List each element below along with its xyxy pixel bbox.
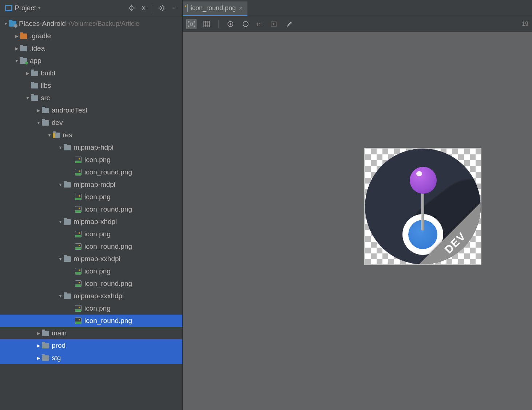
folder-icon xyxy=(20,45,28,52)
tree-row[interactable]: ▶stg xyxy=(0,352,182,364)
tree-row[interactable]: ▼res xyxy=(0,129,182,141)
tree-row[interactable]: ▶.idea xyxy=(0,42,182,55)
tree-label: stg xyxy=(52,354,61,362)
folder-module-icon xyxy=(20,58,28,64)
tree-row[interactable]: ▼mipmap-xhdpi xyxy=(0,216,182,228)
folder-icon xyxy=(31,95,39,101)
folder-icon xyxy=(41,355,49,361)
svg-rect-16 xyxy=(172,8,177,8)
tree-row[interactable]: icon_round.png xyxy=(0,166,182,178)
fit-zoom-icon[interactable] xyxy=(186,19,196,29)
file-img-icon xyxy=(74,194,82,200)
gear-icon[interactable] xyxy=(158,3,167,13)
project-view-dropdown[interactable]: Project ▾ xyxy=(3,3,43,13)
folder-icon xyxy=(41,107,49,114)
chevron-down-icon[interactable]: ▼ xyxy=(14,59,20,63)
close-icon[interactable]: ✕ xyxy=(239,5,243,11)
chevron-right-icon[interactable]: ▶ xyxy=(36,343,41,348)
tree-row[interactable]: ▼Places-Android/Volumes/Backup/Article xyxy=(0,17,182,30)
project-panel: Project ▾ ▼Places-Android/Volumes/Backup… xyxy=(0,0,183,410)
separator xyxy=(153,4,153,12)
project-tree[interactable]: ▼Places-Android/Volumes/Backup/Article▶.… xyxy=(0,16,182,410)
tree-row[interactable]: ▶build xyxy=(0,67,182,79)
tree-row[interactable]: ▼dev xyxy=(0,117,182,129)
tree-label: mipmap-xxhdpi xyxy=(74,255,120,263)
tree-row[interactable]: icon.png xyxy=(0,154,182,166)
folder-icon xyxy=(31,82,39,89)
tree-row[interactable]: ▶androidTest xyxy=(0,104,182,117)
chevron-right-icon[interactable]: ▶ xyxy=(36,331,41,336)
tree-row[interactable]: icon_round.png xyxy=(0,315,182,327)
tree-label: icon.png xyxy=(84,267,111,275)
project-panel-header: Project ▾ xyxy=(0,0,182,16)
tree-label: main xyxy=(52,329,67,337)
svg-rect-17 xyxy=(190,23,192,25)
tree-row[interactable]: ▼src xyxy=(0,92,182,104)
image-viewport[interactable]: DEV xyxy=(183,32,532,410)
folder-icon xyxy=(63,218,71,225)
tree-path: /Volumes/Backup/Article xyxy=(69,20,139,28)
tree-row[interactable]: icon_round.png xyxy=(0,240,182,253)
tree-label: mipmap-hdpi xyxy=(74,143,114,151)
tree-row[interactable]: icon.png xyxy=(0,265,182,277)
chevron-down-icon[interactable]: ▼ xyxy=(57,294,63,298)
tree-row[interactable]: ▼app xyxy=(0,55,182,67)
tree-row[interactable]: ▼mipmap-xxxhdpi xyxy=(0,290,182,302)
tree-row[interactable]: icon_round.png xyxy=(0,203,182,216)
tree-label: mipmap-xxxhdpi xyxy=(74,292,124,300)
color-picker-icon[interactable] xyxy=(284,19,294,29)
chevron-right-icon[interactable]: ▶ xyxy=(25,71,31,76)
tree-label: icon_round.png xyxy=(84,168,132,176)
chevron-down-icon[interactable]: ▼ xyxy=(57,220,63,224)
svg-line-14 xyxy=(160,9,161,10)
tree-label: app xyxy=(30,57,41,65)
tree-label: prod xyxy=(52,342,65,350)
folder-icon xyxy=(41,330,49,336)
tree-row[interactable]: ▶prod xyxy=(0,339,182,352)
chevron-down-icon[interactable]: ▼ xyxy=(57,257,63,261)
tree-label: icon.png xyxy=(84,156,111,164)
editor-tab[interactable]: icon_round.png ✕ xyxy=(183,1,247,16)
hide-panel-icon[interactable] xyxy=(170,3,179,13)
tree-row[interactable]: libs xyxy=(0,79,182,92)
chevron-down-icon[interactable]: ▼ xyxy=(3,21,9,26)
actual-size-button[interactable]: 1:1 xyxy=(256,19,263,29)
folder-icon xyxy=(31,70,39,76)
chevron-right-icon[interactable]: ▶ xyxy=(36,356,41,360)
chevron-right-icon[interactable]: ▶ xyxy=(14,34,20,39)
tree-row[interactable]: icon_round.png xyxy=(0,277,182,290)
zoom-out-icon[interactable] xyxy=(241,19,251,29)
tree-row[interactable]: ▼mipmap-hdpi xyxy=(0,141,182,154)
folder-icon xyxy=(63,256,71,262)
tree-label: icon.png xyxy=(84,193,111,201)
file-img-icon xyxy=(74,231,82,237)
locate-icon[interactable] xyxy=(127,3,136,13)
tree-row[interactable]: ▶.gradle xyxy=(0,30,182,42)
proj-root-icon xyxy=(9,20,17,27)
tree-row[interactable]: ▶main xyxy=(0,327,182,339)
tree-row[interactable]: ▼mipmap-xxhdpi xyxy=(0,253,182,265)
tree-row[interactable]: icon.png xyxy=(0,191,182,203)
svg-rect-18 xyxy=(204,21,210,27)
chevron-down-icon[interactable]: ▼ xyxy=(57,182,63,187)
svg-point-1 xyxy=(131,7,132,8)
folder-icon xyxy=(41,119,49,126)
tree-row[interactable]: ▼mipmap-mdpi xyxy=(0,178,182,191)
collapse-all-icon[interactable] xyxy=(139,3,148,13)
tree-row[interactable]: icon.png xyxy=(0,302,182,315)
tree-row[interactable]: icon.png xyxy=(0,228,182,240)
grid-icon[interactable] xyxy=(202,19,212,29)
chevron-right-icon[interactable]: ▶ xyxy=(36,108,41,113)
chevron-down-icon[interactable]: ▼ xyxy=(57,145,63,150)
chevron-down-icon[interactable]: ▼ xyxy=(36,121,41,125)
file-image-icon xyxy=(187,4,188,12)
chevron-down-icon[interactable]: ▼ xyxy=(47,133,52,137)
chevron-right-icon[interactable]: ▶ xyxy=(14,46,20,51)
tree-label: icon_round.png xyxy=(84,280,132,288)
folder-res-icon xyxy=(52,132,60,138)
tree-label: dev xyxy=(52,119,63,127)
chevron-down-icon[interactable]: ▼ xyxy=(25,96,31,100)
bounds-icon[interactable] xyxy=(269,19,279,29)
folder-icon xyxy=(63,293,71,299)
zoom-in-icon[interactable] xyxy=(225,19,235,29)
